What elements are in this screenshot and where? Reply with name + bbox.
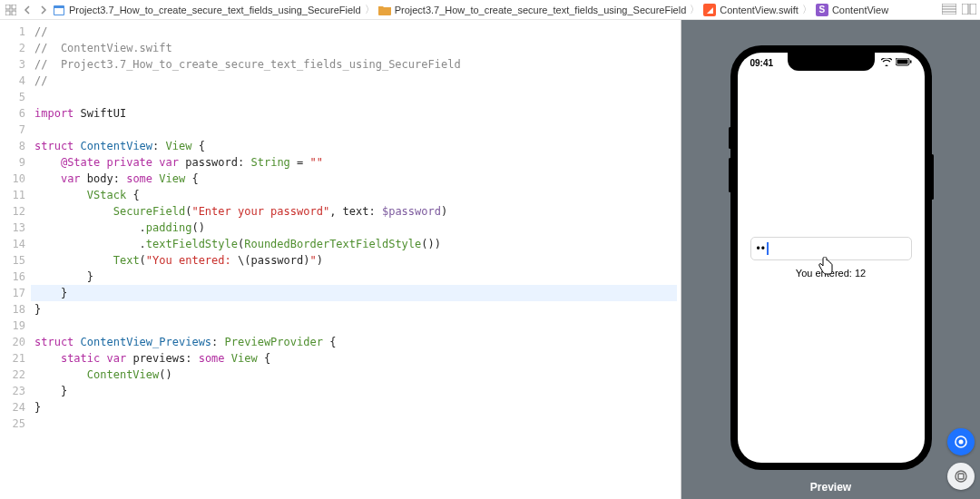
code-line[interactable]: } [34, 383, 681, 399]
code-line[interactable]: // [34, 24, 681, 40]
breadcrumb-project[interactable]: Project3.7_How_to_create_secure_text_fie… [53, 4, 361, 16]
code-line[interactable]: import SwiftUI [34, 105, 681, 122]
chevron-right-icon: 〉 [688, 3, 701, 16]
preview-on-device-button[interactable] [947, 463, 975, 490]
app-content: •• You entered: 12 [738, 53, 925, 463]
breadcrumb-file-label: ContentView.swift [720, 5, 799, 15]
svg-point-16 [959, 440, 964, 445]
line-number: 9 [0, 154, 25, 171]
breadcrumb-bar: Project3.7_How_to_create_secure_text_fie… [0, 0, 980, 20]
code-line[interactable] [34, 416, 681, 432]
breadcrumb-project-label: Project3.7_How_to_create_secure_text_fie… [69, 5, 361, 15]
code-line[interactable]: // [34, 73, 681, 89]
nav-back-button[interactable] [20, 3, 34, 17]
svg-rect-11 [970, 4, 976, 15]
svg-point-17 [956, 471, 966, 482]
secure-password-field[interactable]: •• [750, 237, 912, 260]
folder-icon [378, 4, 391, 16]
line-number: 6 [0, 105, 25, 122]
line-number: 3 [0, 56, 25, 73]
code-editor[interactable]: 1234567891011121314151617181920212223242… [0, 20, 681, 499]
iphone-frame: 09:41 •• You entered: [730, 45, 932, 470]
line-number: 7 [0, 122, 25, 138]
svg-rect-10 [962, 4, 968, 15]
add-assistant-icon[interactable] [962, 4, 976, 16]
line-number: 5 [0, 89, 25, 105]
svg-rect-0 [5, 5, 10, 9]
code-line[interactable]: static var previews: some View { [34, 350, 681, 367]
line-number: 19 [0, 318, 25, 334]
code-line[interactable]: ContentView() [34, 367, 681, 383]
svg-rect-3 [12, 11, 16, 15]
line-number: 23 [0, 383, 25, 399]
code-line[interactable]: @State private var password: String = "" [34, 154, 681, 171]
preview-panel: 09:41 •• You entered: [681, 20, 980, 499]
line-number: 20 [0, 334, 25, 350]
line-number: 2 [0, 40, 25, 56]
line-number: 15 [0, 252, 25, 269]
related-items-icon[interactable] [4, 3, 18, 17]
line-number: 16 [0, 269, 25, 285]
line-number-gutter: 1234567891011121314151617181920212223242… [0, 20, 31, 499]
svg-rect-1 [12, 5, 16, 9]
phone-volume-button [729, 158, 731, 192]
line-number: 8 [0, 138, 25, 154]
breadcrumb-symbol[interactable]: S ContentView [816, 4, 888, 16]
swift-file-icon: ◢ [703, 4, 716, 16]
line-number: 17 [0, 285, 25, 301]
text-caret [767, 242, 769, 255]
line-number: 4 [0, 73, 25, 89]
phone-side-button [931, 154, 934, 200]
live-preview-button[interactable] [947, 428, 975, 455]
breadcrumb-file[interactable]: ◢ ContentView.swift [703, 4, 799, 16]
code-line[interactable]: VStack { [34, 187, 681, 203]
line-number: 14 [0, 236, 25, 252]
iphone-screen: 09:41 •• You entered: [738, 53, 925, 463]
code-line[interactable]: .padding() [34, 220, 681, 236]
phone-mute-switch [729, 127, 731, 149]
line-number: 1 [0, 24, 25, 40]
xcodeproj-icon [53, 4, 65, 16]
code-line[interactable]: } [31, 285, 677, 301]
code-line[interactable]: SecureField("Enter your password", text:… [34, 203, 681, 220]
code-line[interactable]: struct ContentView: View { [34, 138, 681, 154]
preview-title: Preview [681, 481, 980, 494]
line-number: 13 [0, 220, 25, 236]
code-line[interactable]: var body: some View { [34, 171, 681, 187]
code-line[interactable] [34, 318, 681, 334]
code-line[interactable] [34, 89, 681, 105]
secure-dots: •• [757, 242, 766, 255]
entered-label: You entered: 12 [796, 268, 866, 279]
code-line[interactable]: // ContentView.swift [34, 40, 681, 56]
svg-rect-5 [54, 8, 64, 15]
code-line[interactable]: } [34, 301, 681, 318]
line-number: 25 [0, 416, 25, 432]
adjust-editor-icon[interactable] [942, 4, 956, 16]
line-number: 11 [0, 187, 25, 203]
line-number: 24 [0, 399, 25, 416]
breadcrumb-folder-label: Project3.7_How_to_create_secure_text_fie… [395, 5, 687, 15]
code-line[interactable]: // Project3.7_How_to_create_secure_text_… [34, 56, 681, 73]
line-number: 12 [0, 203, 25, 220]
code-line[interactable]: .textFieldStyle(RoundedBorderTextFieldSt… [34, 236, 681, 252]
struct-icon: S [816, 4, 828, 16]
code-line[interactable]: struct ContentView_Previews: PreviewProv… [34, 334, 681, 350]
line-number: 18 [0, 301, 25, 318]
code-line[interactable]: } [34, 399, 681, 416]
breadcrumb-symbol-label: ContentView [832, 5, 888, 15]
chevron-right-icon: 〉 [800, 3, 814, 16]
line-number: 21 [0, 350, 25, 367]
code-line[interactable] [34, 122, 681, 138]
nav-forward-button[interactable] [36, 3, 51, 17]
code-content[interactable]: //// ContentView.swift// Project3.7_How_… [31, 20, 681, 499]
line-number: 22 [0, 367, 25, 383]
chevron-right-icon: 〉 [363, 3, 377, 16]
breadcrumb-folder[interactable]: Project3.7_How_to_create_secure_text_fie… [378, 4, 687, 16]
main-area: 1234567891011121314151617181920212223242… [0, 20, 980, 499]
line-number: 10 [0, 171, 25, 187]
svg-rect-2 [5, 11, 10, 15]
code-line[interactable]: Text("You entered: \(password)") [34, 252, 681, 269]
code-line[interactable]: } [34, 269, 681, 285]
svg-rect-18 [958, 474, 964, 479]
